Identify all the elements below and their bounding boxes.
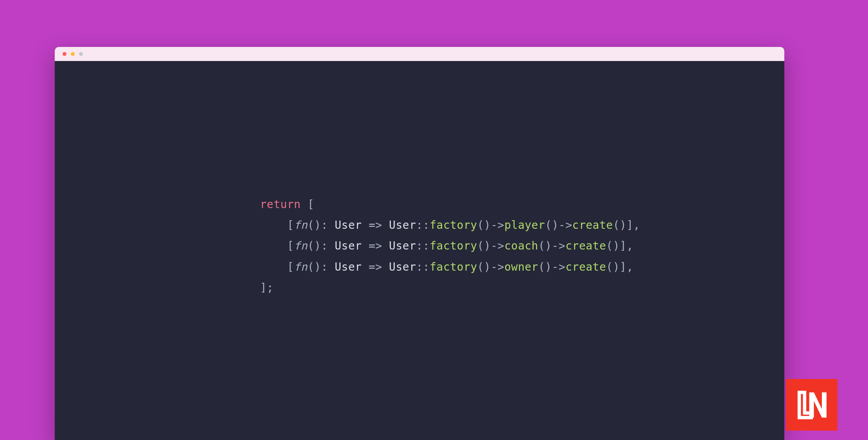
- zoom-icon[interactable]: [79, 52, 83, 56]
- editor-window: return [ [fn(): User => User::factory()-…: [55, 47, 784, 440]
- code-line: return [: [260, 194, 784, 215]
- code-line: [fn(): User => User::factory()->owner()-…: [260, 257, 784, 277]
- brand-logo: [786, 379, 838, 431]
- ln-logo-icon: [795, 388, 829, 422]
- close-icon[interactable]: [63, 52, 66, 56]
- keyword-return: return: [260, 198, 301, 211]
- code-line: [fn(): User => User::factory()->coach()-…: [260, 235, 784, 256]
- minimize-icon[interactable]: [71, 52, 75, 56]
- code-line: [fn(): User => User::factory()->player()…: [260, 215, 784, 235]
- code-line: ];: [260, 277, 784, 298]
- window-titlebar: [55, 47, 784, 61]
- code-editor[interactable]: return [ [fn(): User => User::factory()-…: [55, 61, 784, 298]
- open-bracket: [: [301, 198, 314, 211]
- close-bracket: ];: [260, 281, 274, 294]
